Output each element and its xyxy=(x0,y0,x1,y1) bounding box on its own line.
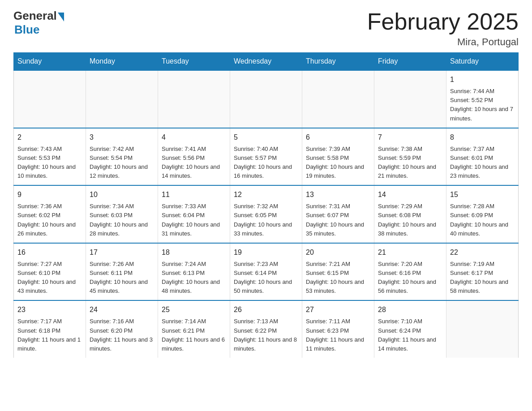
day-info: Sunrise: 7:44 AM Sunset: 5:52 PM Dayligh… xyxy=(450,87,515,123)
table-row: 9Sunrise: 7:36 AM Sunset: 6:02 PM Daylig… xyxy=(14,185,86,243)
day-number: 22 xyxy=(450,247,515,258)
calendar-week-3: 9Sunrise: 7:36 AM Sunset: 6:02 PM Daylig… xyxy=(14,185,519,243)
day-info: Sunrise: 7:42 AM Sunset: 5:54 PM Dayligh… xyxy=(90,145,154,181)
calendar-week-4: 16Sunrise: 7:27 AM Sunset: 6:10 PM Dayli… xyxy=(14,243,519,301)
day-info: Sunrise: 7:38 AM Sunset: 5:59 PM Dayligh… xyxy=(378,145,442,181)
weekday-header-saturday: Saturday xyxy=(446,53,519,71)
day-number: 14 xyxy=(378,189,442,200)
table-row xyxy=(374,70,446,128)
calendar-week-1: 1Sunrise: 7:44 AM Sunset: 5:52 PM Daylig… xyxy=(14,70,519,128)
calendar-header: SundayMondayTuesdayWednesdayThursdayFrid… xyxy=(14,53,519,71)
calendar-body: 1Sunrise: 7:44 AM Sunset: 5:52 PM Daylig… xyxy=(14,70,519,358)
calendar-week-5: 23Sunrise: 7:17 AM Sunset: 6:18 PM Dayli… xyxy=(14,300,519,358)
day-number: 13 xyxy=(306,189,370,200)
day-info: Sunrise: 7:13 AM Sunset: 6:22 PM Dayligh… xyxy=(234,317,298,353)
table-row xyxy=(14,70,86,128)
day-number: 7 xyxy=(378,132,442,143)
day-info: Sunrise: 7:26 AM Sunset: 6:11 PM Dayligh… xyxy=(90,260,154,296)
day-number: 28 xyxy=(378,304,442,315)
day-number: 15 xyxy=(450,189,515,200)
day-number: 24 xyxy=(90,304,154,315)
day-info: Sunrise: 7:19 AM Sunset: 6:17 PM Dayligh… xyxy=(450,260,515,296)
day-info: Sunrise: 7:41 AM Sunset: 5:56 PM Dayligh… xyxy=(162,145,226,181)
table-row: 1Sunrise: 7:44 AM Sunset: 5:52 PM Daylig… xyxy=(446,70,519,128)
logo-triangle-icon xyxy=(58,13,64,21)
day-info: Sunrise: 7:23 AM Sunset: 6:14 PM Dayligh… xyxy=(234,260,298,296)
weekday-header-wednesday: Wednesday xyxy=(230,53,302,71)
logo-blue-text: Blue xyxy=(14,23,39,37)
day-info: Sunrise: 7:34 AM Sunset: 6:03 PM Dayligh… xyxy=(90,202,154,238)
day-number: 6 xyxy=(306,132,370,143)
day-number: 4 xyxy=(162,132,226,143)
table-row: 2Sunrise: 7:43 AM Sunset: 5:53 PM Daylig… xyxy=(14,128,86,186)
day-number: 17 xyxy=(90,247,154,258)
weekday-header-monday: Monday xyxy=(86,53,158,71)
day-number: 26 xyxy=(234,304,298,315)
day-info: Sunrise: 7:32 AM Sunset: 6:05 PM Dayligh… xyxy=(234,202,298,238)
weekday-header-thursday: Thursday xyxy=(302,53,374,71)
table-row: 15Sunrise: 7:28 AM Sunset: 6:09 PM Dayli… xyxy=(446,185,519,243)
day-info: Sunrise: 7:21 AM Sunset: 6:15 PM Dayligh… xyxy=(306,260,370,296)
table-row xyxy=(230,70,302,128)
day-info: Sunrise: 7:17 AM Sunset: 6:18 PM Dayligh… xyxy=(17,317,82,353)
day-info: Sunrise: 7:36 AM Sunset: 6:02 PM Dayligh… xyxy=(17,202,82,238)
day-number: 11 xyxy=(162,189,226,200)
table-row: 12Sunrise: 7:32 AM Sunset: 6:05 PM Dayli… xyxy=(230,185,302,243)
table-row: 22Sunrise: 7:19 AM Sunset: 6:17 PM Dayli… xyxy=(446,243,519,301)
day-number: 9 xyxy=(17,189,82,200)
page-header: General Blue February 2025 Mira, Portuga… xyxy=(13,9,519,48)
logo: General Blue xyxy=(13,9,64,37)
day-number: 27 xyxy=(306,304,370,315)
table-row: 14Sunrise: 7:29 AM Sunset: 6:08 PM Dayli… xyxy=(374,185,446,243)
day-number: 8 xyxy=(450,132,515,143)
day-number: 5 xyxy=(234,132,298,143)
day-info: Sunrise: 7:16 AM Sunset: 6:20 PM Dayligh… xyxy=(90,317,154,353)
title-section: February 2025 Mira, Portugal xyxy=(367,9,519,48)
table-row: 25Sunrise: 7:14 AM Sunset: 6:21 PM Dayli… xyxy=(158,300,230,358)
table-row: 10Sunrise: 7:34 AM Sunset: 6:03 PM Dayli… xyxy=(86,185,158,243)
calendar-week-2: 2Sunrise: 7:43 AM Sunset: 5:53 PM Daylig… xyxy=(14,128,519,186)
calendar-table: SundayMondayTuesdayWednesdayThursdayFrid… xyxy=(13,52,519,358)
table-row: 21Sunrise: 7:20 AM Sunset: 6:16 PM Dayli… xyxy=(374,243,446,301)
day-number: 16 xyxy=(17,247,82,258)
day-info: Sunrise: 7:11 AM Sunset: 6:23 PM Dayligh… xyxy=(306,317,370,353)
day-info: Sunrise: 7:43 AM Sunset: 5:53 PM Dayligh… xyxy=(17,145,82,181)
weekday-header-row: SundayMondayTuesdayWednesdayThursdayFrid… xyxy=(14,53,519,71)
table-row: 5Sunrise: 7:40 AM Sunset: 5:57 PM Daylig… xyxy=(230,128,302,186)
day-number: 2 xyxy=(17,132,82,143)
day-number: 3 xyxy=(90,132,154,143)
day-number: 10 xyxy=(90,189,154,200)
table-row xyxy=(158,70,230,128)
weekday-header-friday: Friday xyxy=(374,53,446,71)
calendar-location: Mira, Portugal xyxy=(367,36,519,48)
table-row: 27Sunrise: 7:11 AM Sunset: 6:23 PM Dayli… xyxy=(302,300,374,358)
day-number: 1 xyxy=(450,74,515,85)
day-info: Sunrise: 7:24 AM Sunset: 6:13 PM Dayligh… xyxy=(162,260,226,296)
table-row: 24Sunrise: 7:16 AM Sunset: 6:20 PM Dayli… xyxy=(86,300,158,358)
day-number: 12 xyxy=(234,189,298,200)
day-info: Sunrise: 7:31 AM Sunset: 6:07 PM Dayligh… xyxy=(306,202,370,238)
table-row: 18Sunrise: 7:24 AM Sunset: 6:13 PM Dayli… xyxy=(158,243,230,301)
calendar-title: February 2025 xyxy=(367,9,519,34)
table-row: 19Sunrise: 7:23 AM Sunset: 6:14 PM Dayli… xyxy=(230,243,302,301)
table-row xyxy=(86,70,158,128)
day-number: 25 xyxy=(162,304,226,315)
table-row: 4Sunrise: 7:41 AM Sunset: 5:56 PM Daylig… xyxy=(158,128,230,186)
table-row: 28Sunrise: 7:10 AM Sunset: 6:24 PM Dayli… xyxy=(374,300,446,358)
table-row: 8Sunrise: 7:37 AM Sunset: 6:01 PM Daylig… xyxy=(446,128,519,186)
table-row xyxy=(446,300,519,358)
day-info: Sunrise: 7:20 AM Sunset: 6:16 PM Dayligh… xyxy=(378,260,442,296)
day-number: 19 xyxy=(234,247,298,258)
day-info: Sunrise: 7:14 AM Sunset: 6:21 PM Dayligh… xyxy=(162,317,226,353)
day-number: 21 xyxy=(378,247,442,258)
table-row xyxy=(302,70,374,128)
day-number: 18 xyxy=(162,247,226,258)
day-info: Sunrise: 7:37 AM Sunset: 6:01 PM Dayligh… xyxy=(450,145,515,181)
day-info: Sunrise: 7:28 AM Sunset: 6:09 PM Dayligh… xyxy=(450,202,515,238)
table-row: 17Sunrise: 7:26 AM Sunset: 6:11 PM Dayli… xyxy=(86,243,158,301)
table-row: 3Sunrise: 7:42 AM Sunset: 5:54 PM Daylig… xyxy=(86,128,158,186)
day-number: 23 xyxy=(17,304,82,315)
day-info: Sunrise: 7:33 AM Sunset: 6:04 PM Dayligh… xyxy=(162,202,226,238)
table-row: 20Sunrise: 7:21 AM Sunset: 6:15 PM Dayli… xyxy=(302,243,374,301)
day-info: Sunrise: 7:40 AM Sunset: 5:57 PM Dayligh… xyxy=(234,145,298,181)
